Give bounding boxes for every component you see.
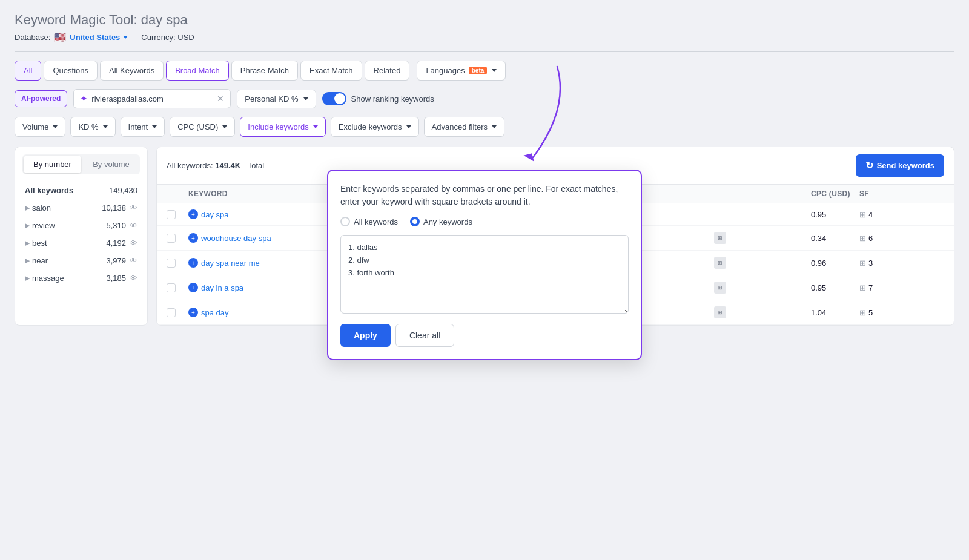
tab-all-keywords[interactable]: All Keywords <box>100 61 164 81</box>
sidebar: By number By volume All keywords 149,430… <box>15 147 148 326</box>
row-checkbox[interactable] <box>167 259 176 268</box>
col-sf: SF <box>859 189 908 198</box>
cell-sf-icon[interactable]: ⊞ <box>859 234 866 243</box>
eye-icon[interactable]: 👁 <box>130 221 137 230</box>
page-title: Keyword Magic Tool: day spa <box>15 12 954 28</box>
radio-circle-all <box>340 217 350 226</box>
sidebar-item-all[interactable]: All keywords 149,430 <box>22 182 140 199</box>
filter-advanced[interactable]: Advanced filters <box>424 117 505 137</box>
col-empty1 <box>714 189 762 198</box>
expand-icon: ▶ <box>25 204 30 212</box>
tab-exact-match[interactable]: Exact Match <box>300 61 362 81</box>
filters-row: Volume KD % Intent CPC (USD) Include key… <box>15 117 954 137</box>
sidebar-item-near[interactable]: ▶ near 3,979 👁 <box>22 252 140 269</box>
clear-input-icon[interactable]: ✕ <box>217 94 224 104</box>
clear-all-button[interactable]: Clear all <box>395 324 454 347</box>
sparkle-icon: ✦ <box>80 93 88 104</box>
row-checkbox[interactable] <box>167 234 176 243</box>
include-keywords-popup: Enter keywords separated by commas or on… <box>327 170 642 360</box>
add-icon: + <box>188 233 198 243</box>
languages-chevron-icon <box>492 69 497 72</box>
by-toggle: By number By volume <box>22 154 140 174</box>
filter-volume[interactable]: Volume <box>15 117 65 137</box>
expand-icon: ▶ <box>25 274 30 282</box>
apply-button[interactable]: Apply <box>340 324 391 347</box>
radio-all-keywords[interactable]: All keywords <box>340 217 398 226</box>
ai-domain-input[interactable] <box>91 94 213 104</box>
row-checkbox[interactable] <box>167 283 176 292</box>
cell-cpc: 0.96 <box>811 259 859 268</box>
add-icon: + <box>188 258 198 268</box>
intent-chevron-icon <box>152 125 157 128</box>
send-keywords-button[interactable]: ↻ Send keywords <box>856 154 944 177</box>
radio-circle-any <box>410 217 420 226</box>
cell-sf: 4 <box>868 210 873 219</box>
table-icon: ⊞ <box>714 282 726 294</box>
volume-chevron-icon <box>53 125 58 128</box>
filter-intent[interactable]: Intent <box>121 117 165 137</box>
tab-phrase-match[interactable]: Phrase Match <box>231 61 298 81</box>
cell-cpc: 0.34 <box>811 234 859 243</box>
keywords-textarea[interactable]: 1. dallas 2. dfw 3. forth worth <box>340 235 629 314</box>
toggle-wrapper: Show ranking keywords <box>322 92 434 105</box>
tab-questions[interactable]: Questions <box>44 61 98 81</box>
filter-include-keywords[interactable]: Include keywords <box>240 117 325 137</box>
filter-exclude-keywords[interactable]: Exclude keywords <box>331 117 419 137</box>
eye-icon[interactable]: 👁 <box>130 274 137 283</box>
by-volume-btn[interactable]: By volume <box>82 154 140 174</box>
sidebar-item-massage[interactable]: ▶ massage 3,185 👁 <box>22 269 140 287</box>
cell-sf: 7 <box>868 283 873 292</box>
table-icon: ⊞ <box>714 232 726 244</box>
beta-badge: beta <box>469 67 488 74</box>
add-icon: + <box>188 308 198 317</box>
by-number-btn[interactable]: By number <box>24 156 81 173</box>
tab-all[interactable]: All <box>15 61 41 81</box>
cell-sf: 6 <box>868 234 873 243</box>
add-icon: + <box>188 209 198 219</box>
ai-input-wrapper[interactable]: ✦ ✕ <box>73 89 231 108</box>
cell-sf-icon[interactable]: ⊞ <box>859 283 866 292</box>
currency-label: Currency: USD <box>141 33 194 42</box>
database-country[interactable]: United States <box>70 33 128 42</box>
radio-group: All keywords Any keywords <box>340 217 629 226</box>
col-empty2 <box>762 189 811 198</box>
col-actions <box>908 189 944 198</box>
expand-icon: ▶ <box>25 239 30 247</box>
tabs-row: All Questions All Keywords Broad Match P… <box>15 61 954 81</box>
filter-kd[interactable]: KD % <box>70 117 115 137</box>
sidebar-item-best[interactable]: ▶ best 4,192 👁 <box>22 234 140 252</box>
eye-icon[interactable]: 👁 <box>130 239 137 248</box>
table-stats: All keywords: 149.4K Total <box>167 161 264 170</box>
col-checkbox <box>167 189 188 198</box>
cell-sf-icon[interactable]: ⊞ <box>859 308 866 317</box>
sidebar-item-salon[interactable]: ▶ salon 10,138 👁 <box>22 199 140 217</box>
send-icon: ↻ <box>865 160 873 171</box>
cell-sf-icon[interactable]: ⊞ <box>859 210 866 219</box>
include-chevron-icon <box>313 125 318 128</box>
kd-dropdown-chevron-icon <box>303 97 308 100</box>
cell-cpc: 0.95 <box>811 210 859 219</box>
filter-cpc[interactable]: CPC (USD) <box>170 117 235 137</box>
popup-description: Enter keywords separated by commas or on… <box>340 183 629 208</box>
database-dropdown-icon <box>123 36 128 39</box>
expand-icon: ▶ <box>25 222 30 229</box>
tab-languages[interactable]: Languages beta <box>417 61 506 81</box>
tab-broad-match[interactable]: Broad Match <box>166 61 229 81</box>
sidebar-item-review[interactable]: ▶ review 5,310 👁 <box>22 217 140 234</box>
cpc-chevron-icon <box>222 125 227 128</box>
exclude-chevron-icon <box>406 125 411 128</box>
tab-related[interactable]: Related <box>365 61 410 81</box>
cell-cpc: 0.95 <box>811 283 859 292</box>
row-checkbox[interactable] <box>167 210 176 219</box>
cell-sf-icon[interactable]: ⊞ <box>859 259 866 268</box>
col-cpc: CPC (USD) <box>811 189 859 198</box>
kd-dropdown[interactable]: Personal KD % <box>237 90 316 108</box>
eye-icon[interactable]: 👁 <box>130 203 137 212</box>
expand-icon: ▶ <box>25 257 30 265</box>
cell-sf: 3 <box>868 259 873 268</box>
row-checkbox[interactable] <box>167 308 176 317</box>
eye-icon[interactable]: 👁 <box>130 256 137 265</box>
table-icon: ⊞ <box>714 306 726 318</box>
radio-any-keywords[interactable]: Any keywords <box>410 217 472 226</box>
ranking-toggle[interactable] <box>322 92 346 105</box>
